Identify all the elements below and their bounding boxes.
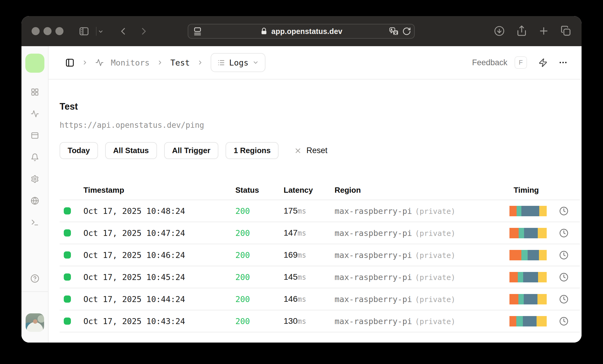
panel-toggle-icon[interactable] <box>65 58 74 67</box>
row-region-note: (private) <box>415 295 455 304</box>
translate-icon[interactable] <box>389 27 399 36</box>
feedback-button[interactable]: Feedback <box>472 58 507 67</box>
col-header-timestamp: Timestamp <box>83 186 235 195</box>
timing-segment <box>538 228 547 238</box>
monitors-activity-icon <box>95 58 104 67</box>
table-row[interactable]: Oct 17, 2025 10:44:24 200 146ms max-rasp… <box>60 288 580 310</box>
clock-icon[interactable] <box>559 228 568 238</box>
sidebar-item-status-pages[interactable] <box>31 131 39 140</box>
table-row[interactable]: Oct 17, 2025 10:47:24 200 147ms max-rasp… <box>60 222 580 244</box>
screenshot-root: app.openstatus.dev <box>0 0 603 364</box>
row-status: 200 <box>235 228 284 238</box>
row-latency: 175 <box>284 206 298 215</box>
timing-segment <box>523 316 537 326</box>
sidebar-item-domains[interactable] <box>31 197 39 205</box>
row-timestamp: Oct 17, 2025 10:44:24 <box>83 295 235 304</box>
table-row[interactable]: Oct 17, 2025 10:45:24 200 145ms max-rasp… <box>60 266 580 288</box>
timing-segment <box>509 250 521 260</box>
table-row[interactable]: Oct 17, 2025 10:46:24 200 169ms max-rasp… <box>60 244 580 266</box>
traffic-light-zoom[interactable] <box>55 27 63 35</box>
row-latency-unit: ms <box>298 251 306 259</box>
clock-icon[interactable] <box>559 317 568 326</box>
more-options-icon[interactable] <box>558 58 568 67</box>
row-latency: 130 <box>284 316 298 326</box>
row-latency-unit: ms <box>298 317 306 326</box>
x-icon <box>294 147 302 155</box>
logs-table-header: Timestamp Status Latency Region Timing <box>60 182 580 200</box>
row-status: 200 <box>235 317 284 326</box>
table-row[interactable]: Oct 17, 2025 10:48:24 200 175ms max-rasp… <box>60 200 580 222</box>
row-latency: 147 <box>284 228 298 237</box>
browser-window: app.openstatus.dev <box>21 16 582 343</box>
row-timestamp: Oct 17, 2025 10:48:24 <box>83 206 235 216</box>
address-bar[interactable]: app.openstatus.dev <box>188 24 415 39</box>
timing-bar <box>509 316 547 326</box>
address-text-group: app.openstatus.dev <box>188 24 414 38</box>
timing-segment <box>519 228 524 238</box>
new-tab-icon[interactable] <box>538 25 549 37</box>
timing-segment <box>539 206 547 216</box>
timing-bar <box>509 294 547 304</box>
row-latency: 145 <box>284 272 298 281</box>
timing-segment <box>537 316 547 326</box>
breadcrumb-test[interactable]: Test <box>170 58 190 67</box>
breadcrumb-monitors[interactable]: Monitors <box>111 58 150 67</box>
traffic-light-minimize[interactable] <box>43 27 52 35</box>
lock-icon <box>260 27 268 35</box>
workspace-logo[interactable] <box>25 54 44 73</box>
traffic-light-close[interactable] <box>32 27 40 35</box>
sidebar-item-monitors[interactable] <box>31 110 39 118</box>
back-icon[interactable] <box>117 26 129 37</box>
share-icon[interactable] <box>516 25 527 36</box>
row-status: 200 <box>235 206 284 216</box>
sidebar-item-settings[interactable] <box>31 175 39 183</box>
help-icon[interactable] <box>30 274 39 283</box>
sidebar-item-dashboard[interactable] <box>31 88 39 96</box>
logs-table: Timestamp Status Latency Region Timing O… <box>60 182 580 332</box>
address-text: app.openstatus.dev <box>271 27 342 36</box>
timing-segment <box>521 250 528 260</box>
browser-chrome: app.openstatus.dev <box>21 16 582 46</box>
clock-icon[interactable] <box>559 206 568 216</box>
clock-icon[interactable] <box>559 273 568 282</box>
timing-bar <box>509 206 547 216</box>
clock-icon[interactable] <box>559 251 568 260</box>
table-row[interactable]: Oct 17, 2025 10:43:24 200 130ms max-rasp… <box>60 310 580 332</box>
rail-divider <box>21 291 48 292</box>
row-status: 200 <box>235 251 284 260</box>
downloads-icon[interactable] <box>494 26 505 36</box>
feedback-shortcut-badge: F <box>515 56 527 69</box>
timing-segment <box>509 294 518 304</box>
col-header-timing: Timing <box>509 186 580 195</box>
sidebar-item-cli[interactable] <box>31 218 39 227</box>
filter-status[interactable]: All Status <box>105 142 157 159</box>
col-header-latency: Latency <box>284 186 335 195</box>
main-panel: Test https://api.openstatus.dev/ping Tod… <box>49 80 582 343</box>
row-region-note: (private) <box>415 207 455 216</box>
filter-trigger[interactable]: All Trigger <box>164 142 219 159</box>
user-avatar[interactable] <box>26 313 44 332</box>
view-selector-label: Logs <box>229 58 248 67</box>
timing-segment <box>509 228 519 238</box>
zap-icon[interactable] <box>538 58 548 67</box>
clock-icon[interactable] <box>559 295 568 304</box>
row-region-note: (private) <box>415 273 455 282</box>
sidebar-item-notifications[interactable] <box>31 153 39 161</box>
status-ok-dot <box>64 207 71 214</box>
reload-icon[interactable] <box>402 27 411 36</box>
sidebar-chevron-down-icon[interactable] <box>98 29 104 35</box>
view-selector-logs[interactable]: Logs <box>211 53 265 72</box>
timing-segment <box>538 272 547 282</box>
row-region-note: (private) <box>415 317 455 326</box>
forward-icon[interactable] <box>138 26 150 37</box>
tab-overview-icon[interactable] <box>560 25 571 37</box>
toolbar-sidebar-icon[interactable] <box>79 26 89 37</box>
row-latency-unit: ms <box>298 273 306 281</box>
filter-regions[interactable]: 1 Regions <box>226 142 279 159</box>
row-timestamp: Oct 17, 2025 10:45:24 <box>83 273 235 282</box>
filter-date[interactable]: Today <box>60 142 98 159</box>
breadcrumb-chevron-icon <box>157 59 163 66</box>
row-region: max-raspberry-pi <box>335 317 412 326</box>
app-header: Monitors Test Logs <box>49 46 582 80</box>
reset-filters-button[interactable]: Reset <box>292 146 329 155</box>
